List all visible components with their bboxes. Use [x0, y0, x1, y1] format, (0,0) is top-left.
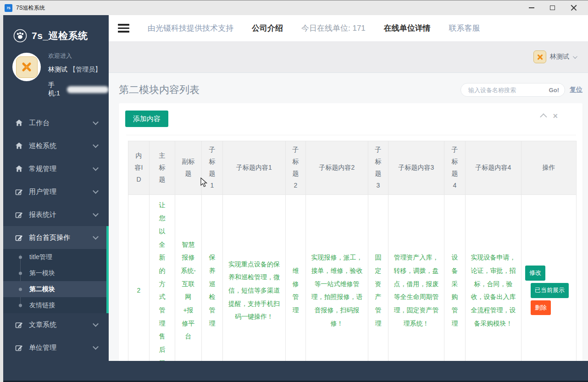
titlebar: 7S 7S巡检系统 — [0, 0, 588, 15]
user-phone: 手机:1 — [48, 81, 66, 98]
sidebar-item-frontpage-operations[interactable]: 前台首页操作 — [3, 226, 109, 249]
chevron-down-icon — [573, 54, 577, 59]
edit-icon — [15, 234, 23, 242]
chevron-down-icon — [93, 142, 99, 148]
phone-redaction — [67, 86, 109, 93]
sidebar: 7s_巡检系统 欢迎进入 林测试【管理 — [3, 15, 109, 361]
hamburger-menu-icon[interactable] — [118, 24, 129, 33]
sidebar-item-module-two[interactable]: 第二模块 — [3, 281, 109, 297]
page-title: 第二模块内容列表 — [119, 83, 200, 97]
content-panel: 添加内容 × — [119, 103, 582, 361]
col-header: 子标题1 — [202, 141, 223, 195]
sidebar-item-user-management[interactable]: 用户管理 — [3, 180, 109, 203]
cell-sub-content-3: 管理资产入库，转移，调拨，盘点，借用，报废等全生命周期管理，固定资产管理系统！ — [388, 194, 444, 361]
cell-sub-title-1: 保养巡检管理 — [202, 194, 223, 361]
chevron-down-icon — [93, 119, 99, 125]
bullet-icon — [19, 255, 22, 259]
avatar-small — [533, 50, 546, 63]
app-window: 7S 7S巡检系统 7s_巡检系统 — [0, 0, 588, 382]
col-header: 子标题3 — [368, 141, 388, 195]
main-content: 第二模块内容列表 Go! 复位 添加内容 — [109, 73, 588, 361]
avatar — [12, 53, 41, 81]
user-strip: 林测试 — [109, 41, 588, 73]
col-header: 子标题内容2 — [306, 141, 368, 195]
nav-link-tech-support[interactable]: 由光镊科技提供技术支持 — [148, 23, 233, 33]
sidebar-item-title-management[interactable]: title管理 — [3, 249, 109, 265]
col-header: 主标题 — [150, 141, 175, 195]
content-table: 内容ID 主标题 副标题 子标题1 子标题内容1 子标题2 子标题内容2 子标题… — [128, 141, 577, 361]
home-icon — [15, 165, 23, 173]
user-role: 【管理员】 — [69, 66, 101, 73]
sidebar-item-friend-links[interactable]: 友情链接 — [3, 297, 109, 313]
brand-title: 7s_巡检系统 — [32, 29, 88, 42]
delete-button[interactable]: 删除 — [531, 300, 551, 316]
welcome-text: 欢迎进入 — [48, 52, 109, 60]
brand: 7s_巡检系统 — [3, 15, 109, 47]
nav-link-customer-service[interactable]: 联系客服 — [449, 23, 480, 33]
search-go-button[interactable]: Go! — [545, 87, 563, 94]
sidebar-menu: 工作台 巡检系统 常规管理 用户管理 — [3, 111, 109, 359]
edit-icon — [15, 188, 23, 196]
col-header: 子标题2 — [286, 141, 306, 195]
cell-sub-content-2: 实现报修，派工，接单，维修，验收等一站式维修管理，拍照报修，语音报修，扫码报修！ — [306, 194, 368, 361]
col-header: 内容ID — [128, 141, 150, 195]
cell-main-title: 让您以全新的方式管理售后服务 — [150, 194, 175, 361]
chevron-down-icon — [93, 344, 99, 350]
nav-link-online-units-detail[interactable]: 在线单位详情 — [384, 23, 431, 33]
cell-actions: 修改 已当前展示 删除 — [521, 194, 577, 361]
cell-sub-content-4: 实现设备申请，论证，审批，招标，合同，验收，设备出入库全流程管理，设备采购模块！ — [466, 194, 521, 361]
close-button[interactable] — [571, 5, 577, 11]
close-panel-icon[interactable]: × — [553, 113, 558, 119]
sidebar-item-general-management[interactable]: 常规管理 — [3, 157, 109, 180]
edit-icon — [15, 344, 23, 352]
edit-icon — [15, 321, 23, 329]
col-header: 子标题内容1 — [223, 141, 286, 195]
home-icon — [15, 119, 23, 127]
home-icon — [15, 142, 23, 150]
col-header: 子标题内容4 — [466, 141, 521, 195]
user-dropdown[interactable]: 林测试 — [533, 50, 576, 63]
edit-icon — [15, 211, 23, 219]
col-header: 子标题内容3 — [388, 141, 444, 195]
cell-sub-title-4: 设备采购管理 — [444, 194, 466, 361]
nav-online-units-count: 今日在线单位: 171 — [301, 23, 366, 33]
sidebar-item-article-system[interactable]: 文章系统 — [3, 313, 109, 336]
chevron-down-icon — [93, 321, 99, 327]
currently-shown-button[interactable]: 已当前展示 — [531, 283, 569, 298]
add-content-button[interactable]: 添加内容 — [125, 111, 168, 127]
maximize-button[interactable] — [550, 6, 555, 10]
bullet-icon — [19, 304, 22, 307]
user-info: 欢迎进入 林测试【管理员】 手机:1 — [3, 47, 109, 111]
table-row: 2 让您以全新的方式管理售后服务 智慧报修系统-互联网+报修平台 保养巡检管理 … — [128, 194, 577, 361]
top-navbar: 由光镊科技提供技术支持 公司介绍 今日在线单位: 171 在线单位详情 联系客服 — [109, 15, 588, 41]
sidebar-item-report-statistics[interactable]: 报表统计 — [3, 203, 109, 226]
paw-logo-icon — [13, 29, 27, 43]
search-input[interactable] — [467, 86, 545, 94]
chevron-down-icon — [93, 188, 99, 194]
app-icon: 7S — [5, 4, 12, 12]
col-header: 子标题4 — [444, 141, 466, 195]
cell-content-id: 2 — [128, 194, 150, 361]
search-box: Go! — [460, 83, 565, 97]
user-dropdown-name: 林测试 — [550, 53, 569, 61]
tools-icon — [537, 54, 544, 61]
col-header: 操作 — [521, 141, 577, 195]
sidebar-item-inspection-system[interactable]: 巡检系统 — [3, 134, 109, 157]
window-title: 7S巡检系统 — [16, 4, 45, 12]
active-section-accent — [106, 226, 109, 313]
chevron-down-icon — [93, 165, 99, 171]
frontpage-submenu: title管理 第一模块 第二模块 友情链接 — [3, 249, 109, 313]
chevron-down-icon — [93, 211, 99, 217]
nav-link-company-intro[interactable]: 公司介绍 — [252, 23, 283, 33]
collapse-panel-icon[interactable] — [540, 113, 548, 121]
cell-subtitle: 智慧报修系统-互联网+报修平台 — [175, 194, 202, 361]
sidebar-item-unit-management[interactable]: 单位管理 — [3, 336, 109, 359]
minimize-button[interactable] — [529, 7, 534, 8]
user-name: 林测试 — [48, 66, 67, 73]
reset-link[interactable]: 复位 — [570, 86, 582, 94]
sidebar-item-module-one[interactable]: 第一模块 — [3, 265, 109, 281]
edit-button[interactable]: 修改 — [525, 266, 545, 281]
sidebar-item-workbench[interactable]: 工作台 — [3, 111, 109, 134]
cell-sub-title-3: 固定资产管理 — [368, 194, 388, 361]
cell-sub-title-2: 维修管理 — [286, 194, 306, 361]
